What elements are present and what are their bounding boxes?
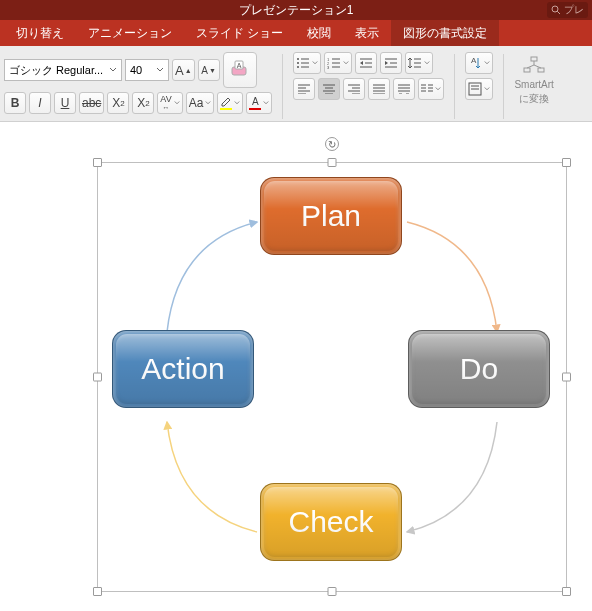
superscript-button[interactable]: X2 [107,92,129,114]
strikethrough-button[interactable]: abc [79,92,104,114]
smartart-icon [523,56,545,77]
line-spacing-icon [408,57,422,69]
shape-action[interactable]: Action [112,330,254,408]
resize-handle-mr[interactable] [562,373,571,382]
chevron-down-icon [435,86,441,92]
text-direction-button[interactable]: A [465,52,493,74]
ribbon-divider [454,54,455,119]
bold-button[interactable]: B [4,92,26,114]
subscript-button[interactable]: X2 [132,92,154,114]
chevron-down-icon [205,100,211,106]
svg-point-7 [297,62,299,64]
align-right-button[interactable] [343,78,365,100]
tab-transitions[interactable]: 切り替え [4,20,76,46]
indent-icon [384,57,398,69]
justify-button[interactable] [368,78,390,100]
eraser-icon: A [229,57,251,83]
outdent-icon [359,57,373,69]
paragraph-group: 123 [293,52,444,100]
numbering-button[interactable]: 123 [324,52,352,74]
text-direction-group: A [465,52,493,100]
font-name-value: ゴシック Regular... [9,63,103,78]
resize-handle-ml[interactable] [93,373,102,382]
text-direction-icon: A [468,56,482,70]
align-left-button[interactable] [293,78,315,100]
change-case-button[interactable]: Aa [186,92,215,114]
decrease-indent-button[interactable] [355,52,377,74]
align-center-icon [323,84,335,94]
shape-check[interactable]: Check [260,483,402,561]
smartart-convert-button[interactable]: SmartArt に変換 [514,52,553,105]
svg-point-0 [552,6,558,12]
increase-font-button[interactable]: A▲ [172,59,195,81]
search-icon [551,5,561,15]
tab-shape-format[interactable]: 図形の書式設定 [391,20,499,46]
rotate-handle[interactable]: ↻ [325,137,339,151]
shape-do[interactable]: Do [408,330,550,408]
align-center-button[interactable] [318,78,340,100]
svg-rect-57 [538,68,544,72]
svg-line-1 [557,11,560,14]
caret-down-icon: ▼ [209,67,216,74]
char-spacing-button[interactable]: AV↔ [157,92,182,114]
columns-button[interactable] [418,78,444,100]
tab-view[interactable]: 表示 [343,20,391,46]
bullets-button[interactable] [293,52,321,74]
resize-handle-tr[interactable] [562,158,571,167]
italic-button[interactable]: I [29,92,51,114]
titlebar: プレゼンテーション1 プレ [0,0,592,20]
increase-indent-button[interactable] [380,52,402,74]
svg-rect-56 [524,68,530,72]
font-color-button[interactable]: A [246,92,272,114]
resize-handle-bl[interactable] [93,587,102,596]
resize-handle-tm[interactable] [328,158,337,167]
resize-handle-tl[interactable] [93,158,102,167]
tab-slideshow[interactable]: スライド ショー [184,20,295,46]
search-box[interactable]: プレ [547,2,588,18]
clear-formatting-button[interactable]: A [223,52,257,88]
columns-icon [421,84,433,94]
ribbon-tabs: 切り替え アニメーション スライド ショー 校閲 表示 図形の書式設定 [0,20,592,46]
tab-review[interactable]: 校閲 [295,20,343,46]
search-placeholder: プレ [564,3,584,17]
shape-label: Action [141,352,224,386]
chevron-down-icon [174,100,180,106]
ribbon-divider [282,54,283,119]
shape-label: Check [288,505,373,539]
resize-handle-bm[interactable] [328,587,337,596]
resize-handle-br[interactable] [562,587,571,596]
decrease-font-button[interactable]: A▼ [198,59,220,81]
smartart-label-1: SmartArt [514,79,553,91]
chevron-down-icon [234,100,240,106]
chevron-down-icon [484,86,490,92]
svg-point-5 [297,58,299,60]
underline-button[interactable]: U [54,92,76,114]
font-group: ゴシック Regular... 40 A▲ A▼ A B I U abc X2 … [4,52,272,114]
align-right-icon [348,84,360,94]
align-text-icon [468,82,482,96]
numbering-icon: 123 [327,57,341,69]
ribbon-divider [503,54,504,119]
distribute-button[interactable] [393,78,415,100]
line-spacing-button[interactable] [405,52,433,74]
font-size-select[interactable]: 40 [125,59,169,81]
font-size-value: 40 [130,64,142,76]
highlight-color-button[interactable] [217,92,243,114]
align-text-button[interactable] [465,78,493,100]
chevron-down-icon [424,60,430,66]
font-name-select[interactable]: ゴシック Regular... [4,59,122,81]
shape-plan[interactable]: Plan [260,177,402,255]
chevron-down-icon [109,66,117,74]
shape-label: Do [460,352,498,386]
ribbon: ゴシック Regular... 40 A▲ A▼ A B I U abc X2 … [0,46,592,122]
smartart-label-2: に変換 [519,93,549,105]
chevron-down-icon [343,60,349,66]
justify-icon [373,84,385,94]
chevron-down-icon [156,66,164,74]
svg-text:3: 3 [327,65,330,69]
distribute-icon [398,84,410,94]
tab-animations[interactable]: アニメーション [76,20,184,46]
caret-up-icon: ▲ [185,67,192,74]
align-left-icon [298,84,310,94]
slide-canvas[interactable]: ↻ Plan Do Check Action [0,122,592,611]
